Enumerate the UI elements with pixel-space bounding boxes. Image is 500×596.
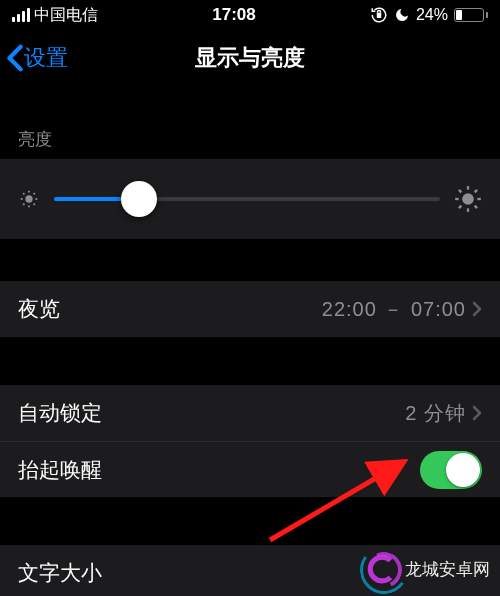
- brightness-row: [0, 159, 500, 239]
- raise-to-wake-toggle[interactable]: [420, 451, 482, 489]
- chevron-right-icon: [472, 405, 482, 421]
- brightness-slider[interactable]: [54, 181, 440, 217]
- battery-icon: [454, 8, 488, 22]
- back-button[interactable]: 设置: [0, 43, 68, 73]
- auto-lock-value: 2 分钟: [405, 400, 466, 427]
- signal-strength-icon: [12, 8, 30, 22]
- raise-to-wake-label: 抬起唤醒: [18, 456, 102, 484]
- night-shift-label: 夜览: [18, 295, 60, 323]
- svg-point-10: [463, 194, 472, 203]
- raise-to-wake-cell: 抬起唤醒: [0, 441, 500, 497]
- chevron-right-icon: [472, 301, 482, 317]
- night-shift-value: 22:00 － 07:00: [322, 296, 466, 323]
- auto-lock-cell[interactable]: 自动锁定 2 分钟: [0, 385, 500, 441]
- svg-rect-0: [377, 13, 382, 18]
- page-title: 显示与亮度: [0, 43, 500, 73]
- orientation-lock-icon: [370, 6, 388, 24]
- brightness-low-icon: [18, 188, 40, 210]
- nav-bar: 设置 显示与亮度: [0, 30, 500, 86]
- svg-line-16: [475, 206, 477, 208]
- brightness-header: 亮度: [0, 128, 500, 159]
- moon-icon: [394, 7, 410, 23]
- status-bar: 中国电信 17:08 24%: [0, 0, 500, 30]
- night-shift-cell[interactable]: 夜览 22:00 － 07:00: [0, 281, 500, 337]
- svg-line-9: [34, 193, 35, 194]
- svg-line-17: [459, 206, 461, 208]
- text-size-label: 文字大小: [18, 559, 102, 587]
- svg-line-18: [475, 190, 477, 192]
- watermark-text: 龙城安卓网: [405, 558, 490, 581]
- carrier-label: 中国电信: [34, 5, 98, 26]
- svg-point-1: [26, 196, 32, 202]
- auto-lock-label: 自动锁定: [18, 399, 102, 427]
- status-right: 24%: [370, 6, 488, 24]
- clock: 17:08: [212, 5, 255, 25]
- back-label: 设置: [24, 43, 68, 73]
- watermark: 龙城安卓网: [365, 552, 490, 586]
- svg-line-6: [23, 193, 24, 194]
- battery-percent: 24%: [416, 6, 448, 24]
- svg-line-7: [34, 204, 35, 205]
- status-left: 中国电信: [12, 5, 98, 26]
- chevron-left-icon: [6, 44, 24, 72]
- svg-line-15: [459, 190, 461, 192]
- brightness-high-icon: [454, 185, 482, 213]
- svg-line-8: [23, 204, 24, 205]
